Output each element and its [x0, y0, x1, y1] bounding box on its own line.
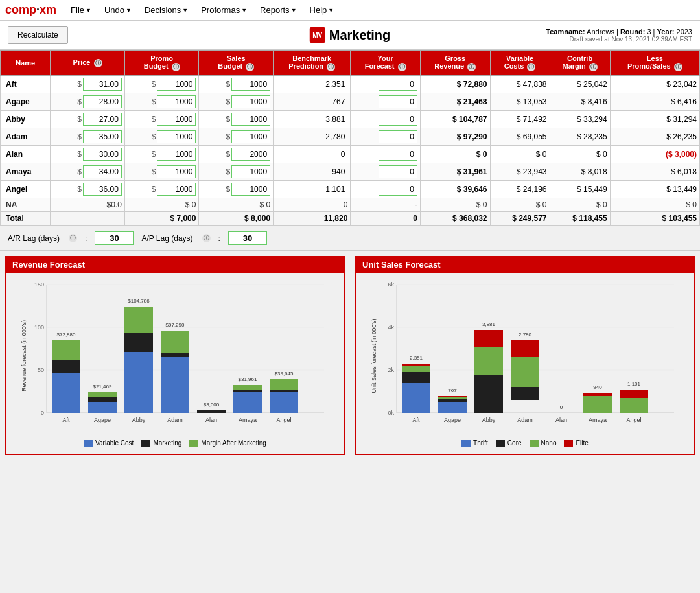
col-benchmark: BenchmarkPrediction ⓘ [274, 51, 351, 76]
price-input-angel[interactable] [83, 183, 122, 196]
svg-rect-23 [161, 357, 189, 413]
nav-reports[interactable]: Reports ▼ [255, 3, 301, 17]
sales-input-abby[interactable] [231, 113, 270, 126]
unit-chart-title: Unit Sales Forecast [356, 257, 694, 273]
col-forecast: YourForecast ⓘ [351, 51, 421, 76]
promo-input-agape[interactable] [157, 95, 196, 108]
col-name: Name [1, 51, 51, 76]
contrib-info-icon[interactable]: ⓘ [589, 63, 598, 71]
sales-input-angel[interactable] [231, 183, 270, 196]
forecast-input-aft[interactable] [379, 78, 417, 91]
cell-price-total [51, 212, 125, 226]
forecast-input-agape[interactable] [379, 95, 417, 108]
col-varcosts: VariableCosts ⓘ [490, 51, 550, 76]
col-lesspromo: LessPromo/Sales ⓘ [610, 51, 699, 76]
sales-info-icon[interactable]: ⓘ [246, 63, 254, 71]
nav-help[interactable]: Help ▼ [305, 3, 340, 17]
price-info-icon[interactable]: ⓘ [94, 59, 102, 67]
svg-text:2,351: 2,351 [410, 355, 423, 361]
ap-info-icon[interactable]: ⓘ [202, 234, 211, 242]
cell-lesspromo-agape: $ 6,416 [610, 93, 699, 111]
svg-rect-55 [402, 383, 430, 413]
cell-price-abby: $ [51, 111, 125, 128]
cell-contrib-amaya: $ 8,018 [550, 163, 610, 181]
cell-forecast-amaya [351, 163, 421, 181]
price-input-alan[interactable] [83, 148, 122, 161]
svg-text:$21,469: $21,469 [93, 384, 112, 390]
svg-rect-63 [438, 396, 467, 397]
svg-text:$104,786: $104,786 [128, 298, 150, 304]
ar-info-icon[interactable]: ⓘ [69, 234, 77, 242]
sales-input-adam[interactable] [231, 130, 270, 143]
legend-margin: Margin After Marketing [189, 439, 266, 447]
cell-gross-abby: $ 104,787 [420, 111, 490, 128]
svg-text:Abby: Abby [132, 417, 146, 423]
cell-promo-adam: $ [124, 128, 199, 146]
svg-rect-74 [583, 396, 612, 413]
cell-name-adam: Adam [1, 128, 51, 146]
cell-lesspromo-amaya: $ 6,018 [610, 163, 699, 181]
forecast-input-angel[interactable] [379, 183, 417, 196]
cell-forecast-angel [351, 181, 421, 198]
svg-text:$31,961: $31,961 [239, 377, 257, 382]
nav-decisions[interactable]: Decisions ▼ [139, 3, 193, 17]
col-price: Price ⓘ [51, 51, 125, 76]
svg-text:$97,290: $97,290 [166, 322, 185, 328]
table-row: Amaya $ $ $ 940 [1, 163, 700, 181]
promo-input-abby[interactable] [157, 113, 196, 126]
svg-text:Alan: Alan [555, 417, 567, 423]
svg-text:150: 150 [34, 281, 44, 288]
nav-proformas[interactable]: Proformas ▼ [196, 3, 252, 17]
sales-input-agape[interactable] [231, 95, 270, 108]
unit-sales-panel: Unit Sales Forecast Unit Sales forecast … [355, 256, 695, 455]
promo-input-alan[interactable] [157, 148, 196, 161]
promo-info-icon[interactable]: ⓘ [172, 63, 180, 71]
revenue-chart-svg: Revenue forecast (in 000's) 150 100 50 0 [11, 278, 339, 434]
promo-input-angel[interactable] [157, 183, 196, 196]
forecast-input-amaya[interactable] [379, 165, 417, 178]
benchmark-info-icon[interactable]: ⓘ [327, 63, 335, 71]
unit-chart-legend: Thrift Core Nano Elite [361, 439, 689, 447]
cell-sales-agape: $ [199, 93, 274, 111]
nav-file[interactable]: File ▼ [65, 3, 97, 17]
nav-undo[interactable]: Undo ▼ [99, 3, 137, 17]
cell-sales-abby: $ [199, 111, 274, 128]
legend-thrift: Thrift [461, 439, 488, 447]
svg-text:$3,000: $3,000 [204, 402, 220, 408]
promo-input-amaya[interactable] [157, 165, 196, 178]
svg-text:767: 767 [448, 388, 457, 393]
price-input-agape[interactable] [83, 95, 122, 108]
lesspromo-info-icon[interactable]: ⓘ [674, 63, 682, 71]
price-input-aft[interactable] [83, 78, 122, 91]
revenue-chart-title: Revenue Forecast [6, 257, 344, 273]
main-content: Name Price ⓘ PromoBudget ⓘ SalesBudget ⓘ… [0, 50, 700, 226]
forecast-input-abby[interactable] [379, 113, 417, 126]
recalculate-button[interactable]: Recalculate [8, 26, 68, 44]
sales-input-amaya[interactable] [231, 165, 270, 178]
ap-lag-input[interactable] [228, 231, 267, 245]
sales-input-alan[interactable] [231, 148, 270, 161]
ar-lag-input[interactable] [95, 231, 134, 245]
forecast-input-alan[interactable] [379, 148, 417, 161]
price-input-adam[interactable] [83, 130, 122, 143]
varcosts-info-icon[interactable]: ⓘ [527, 63, 535, 71]
forecast-info-icon[interactable]: ⓘ [398, 63, 406, 71]
svg-rect-12 [52, 360, 80, 373]
svg-text:4k: 4k [388, 324, 394, 331]
svg-text:0: 0 [560, 404, 563, 410]
price-input-abby[interactable] [83, 113, 122, 126]
forecast-input-adam[interactable] [379, 130, 417, 143]
cell-varcosts-abby: $ 71,492 [490, 111, 550, 128]
svg-rect-67 [474, 330, 503, 347]
cell-lesspromo-angel: $ 13,449 [610, 181, 699, 198]
price-input-amaya[interactable] [83, 165, 122, 178]
promo-input-aft[interactable] [157, 78, 196, 91]
gross-info-icon[interactable]: ⓘ [467, 63, 476, 71]
cell-lesspromo-abby: $ 31,294 [610, 111, 699, 128]
sales-input-aft[interactable] [231, 78, 270, 91]
svg-rect-71 [511, 340, 539, 357]
cell-name-amaya: Amaya [1, 163, 51, 181]
cell-name-agape: Agape [1, 93, 51, 111]
promo-input-adam[interactable] [157, 130, 196, 143]
svg-text:Adam: Adam [167, 417, 183, 423]
